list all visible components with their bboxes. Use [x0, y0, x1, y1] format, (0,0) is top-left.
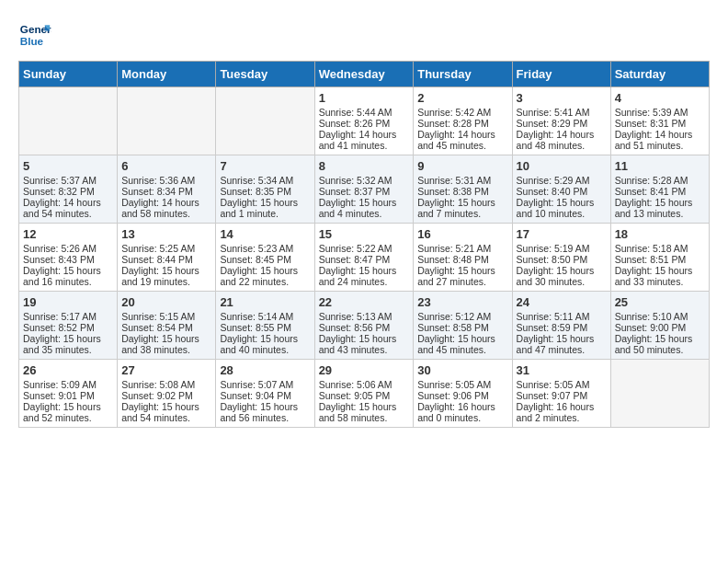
- day-info: Sunset: 8:31 PM: [615, 118, 705, 129]
- day-info: Sunrise: 5:39 AM: [615, 107, 705, 118]
- day-info: Sunset: 8:54 PM: [121, 322, 211, 333]
- day-number: 3: [517, 91, 607, 105]
- day-info: Sunrise: 5:05 AM: [517, 379, 607, 390]
- day-number: 10: [517, 159, 607, 173]
- weekday-header-thursday: Thursday: [414, 62, 512, 87]
- day-info: Sunset: 8:48 PM: [417, 254, 507, 265]
- day-info: Sunrise: 5:13 AM: [319, 311, 410, 322]
- day-info: and 16 minutes.: [23, 276, 113, 287]
- day-info: and 19 minutes.: [121, 276, 211, 287]
- day-info: Sunrise: 5:07 AM: [220, 379, 310, 390]
- day-info: Sunrise: 5:06 AM: [319, 379, 410, 390]
- calendar-cell: 20Sunrise: 5:15 AMSunset: 8:54 PMDayligh…: [118, 292, 216, 360]
- weekday-header-tuesday: Tuesday: [216, 62, 314, 87]
- day-number: 13: [121, 227, 211, 241]
- day-info: and 41 minutes.: [319, 140, 410, 151]
- day-number: 27: [121, 363, 211, 377]
- day-info: Daylight: 15 hours: [319, 197, 410, 208]
- calendar-cell: 13Sunrise: 5:25 AMSunset: 8:44 PMDayligh…: [118, 224, 216, 292]
- week-row-1: 1Sunrise: 5:44 AMSunset: 8:26 PMDaylight…: [19, 87, 710, 155]
- day-info: Daylight: 15 hours: [319, 401, 410, 412]
- calendar-cell: 2Sunrise: 5:42 AMSunset: 8:28 PMDaylight…: [414, 87, 512, 155]
- calendar-cell: 22Sunrise: 5:13 AMSunset: 8:56 PMDayligh…: [314, 292, 414, 360]
- day-info: Sunset: 8:28 PM: [417, 118, 507, 129]
- day-info: Sunset: 8:43 PM: [23, 254, 113, 265]
- day-info: and 45 minutes.: [417, 344, 507, 355]
- day-info: Sunrise: 5:36 AM: [121, 175, 211, 186]
- day-info: Sunset: 8:52 PM: [23, 322, 113, 333]
- calendar-cell: 18Sunrise: 5:18 AMSunset: 8:51 PMDayligh…: [610, 224, 709, 292]
- day-info: Sunrise: 5:32 AM: [319, 175, 410, 186]
- day-number: 11: [615, 159, 705, 173]
- day-info: Daylight: 16 hours: [417, 401, 507, 412]
- day-info: Sunset: 8:50 PM: [517, 254, 607, 265]
- day-info: and 54 minutes.: [23, 208, 113, 219]
- day-info: Sunset: 8:45 PM: [220, 254, 310, 265]
- day-info: Sunrise: 5:41 AM: [517, 107, 607, 118]
- week-row-5: 26Sunrise: 5:09 AMSunset: 9:01 PMDayligh…: [19, 360, 710, 428]
- calendar-cell: [216, 87, 314, 155]
- calendar-cell: 11Sunrise: 5:28 AMSunset: 8:41 PMDayligh…: [610, 155, 709, 224]
- calendar-cell: 27Sunrise: 5:08 AMSunset: 9:02 PMDayligh…: [118, 360, 216, 428]
- day-info: Sunset: 9:06 PM: [417, 390, 507, 401]
- day-info: Sunset: 8:51 PM: [615, 254, 705, 265]
- day-info: Sunset: 8:35 PM: [220, 186, 310, 197]
- calendar-cell: 31Sunrise: 5:05 AMSunset: 9:07 PMDayligh…: [512, 360, 610, 428]
- day-info: Sunset: 8:41 PM: [615, 186, 705, 197]
- calendar-cell: 23Sunrise: 5:12 AMSunset: 8:58 PMDayligh…: [414, 292, 512, 360]
- day-number: 4: [615, 91, 705, 105]
- calendar-cell: 21Sunrise: 5:14 AMSunset: 8:55 PMDayligh…: [216, 292, 314, 360]
- day-info: Sunrise: 5:44 AM: [319, 107, 410, 118]
- day-number: 23: [417, 295, 507, 309]
- page-header: General Blue: [18, 18, 710, 52]
- day-info: Daylight: 15 hours: [417, 333, 507, 344]
- day-info: and 13 minutes.: [615, 208, 705, 219]
- day-info: Sunrise: 5:28 AM: [615, 175, 705, 186]
- day-info: and 47 minutes.: [517, 344, 607, 355]
- day-info: and 7 minutes.: [417, 208, 507, 219]
- day-info: and 50 minutes.: [615, 344, 705, 355]
- day-info: Daylight: 14 hours: [417, 129, 507, 140]
- day-info: Sunset: 8:26 PM: [319, 118, 410, 129]
- day-info: Daylight: 15 hours: [121, 401, 211, 412]
- day-info: Daylight: 15 hours: [517, 197, 607, 208]
- day-info: and 40 minutes.: [220, 344, 310, 355]
- day-number: 26: [23, 363, 113, 377]
- day-info: and 22 minutes.: [220, 276, 310, 287]
- day-info: Sunset: 8:38 PM: [417, 186, 507, 197]
- day-info: Sunset: 8:59 PM: [517, 322, 607, 333]
- day-info: and 27 minutes.: [417, 276, 507, 287]
- day-info: Sunrise: 5:25 AM: [121, 243, 211, 254]
- svg-text:Blue: Blue: [20, 35, 44, 47]
- day-info: and 0 minutes.: [417, 412, 507, 423]
- day-number: 17: [517, 227, 607, 241]
- day-info: Daylight: 15 hours: [615, 333, 705, 344]
- day-info: Sunset: 8:29 PM: [517, 118, 607, 129]
- day-info: and 52 minutes.: [23, 412, 113, 423]
- day-info: Sunset: 8:44 PM: [121, 254, 211, 265]
- day-info: Daylight: 15 hours: [121, 333, 211, 344]
- day-info: and 51 minutes.: [615, 140, 705, 151]
- day-info: Daylight: 15 hours: [319, 265, 410, 276]
- calendar-cell: 15Sunrise: 5:22 AMSunset: 8:47 PMDayligh…: [314, 224, 414, 292]
- weekday-header-friday: Friday: [512, 62, 610, 87]
- day-number: 6: [121, 159, 211, 173]
- day-number: 7: [220, 159, 310, 173]
- day-number: 15: [319, 227, 410, 241]
- day-number: 8: [319, 159, 410, 173]
- day-info: Sunrise: 5:34 AM: [220, 175, 310, 186]
- weekday-header-sunday: Sunday: [19, 62, 118, 87]
- day-info: Sunset: 8:40 PM: [517, 186, 607, 197]
- calendar-cell: [610, 360, 709, 428]
- day-info: Sunset: 8:58 PM: [417, 322, 507, 333]
- day-info: Sunset: 9:05 PM: [319, 390, 410, 401]
- calendar-cell: 3Sunrise: 5:41 AMSunset: 8:29 PMDaylight…: [512, 87, 610, 155]
- calendar-cell: 28Sunrise: 5:07 AMSunset: 9:04 PMDayligh…: [216, 360, 314, 428]
- day-info: Daylight: 15 hours: [517, 333, 607, 344]
- day-info: and 58 minutes.: [121, 208, 211, 219]
- day-info: Sunrise: 5:19 AM: [517, 243, 607, 254]
- day-number: 30: [417, 363, 507, 377]
- calendar-cell: 9Sunrise: 5:31 AMSunset: 8:38 PMDaylight…: [414, 155, 512, 224]
- day-number: 16: [417, 227, 507, 241]
- day-number: 19: [23, 295, 113, 309]
